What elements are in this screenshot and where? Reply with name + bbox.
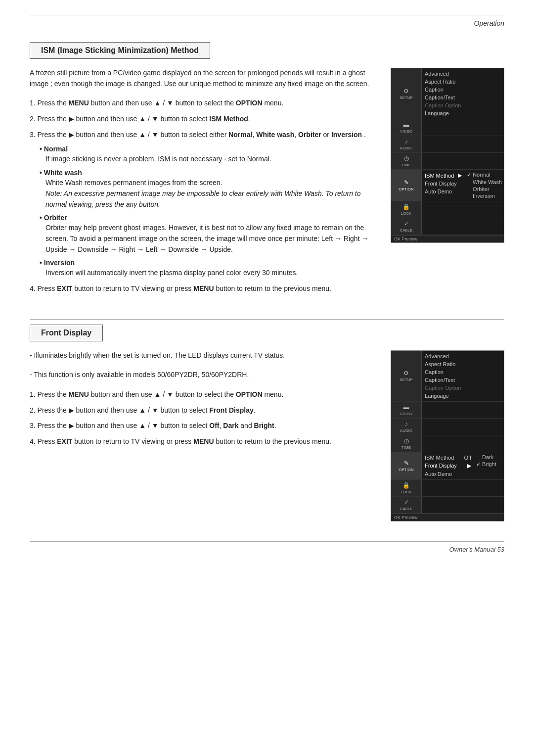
ism-sub-inversion: Inversion [467,192,502,199]
fd-tv-sidebar-option: ✎ OPTION [391,452,422,479]
fd-menu-language: Language [425,392,501,400]
lock-label: LOCK [401,211,412,216]
fd-tv-row-audio: ♪ AUDIO [391,419,504,435]
fd-tv-row-video: ▬ VIDEO [391,402,504,419]
fd-time-icon: ◷ [404,437,409,444]
fd-sub-dark: Dark [476,454,502,461]
tv-row-video: ▬ VIDEO [391,119,504,136]
ism-step4-list: Press EXIT button to return to TV viewin… [30,284,376,294]
audio-label: AUDIO [400,146,412,150]
menu-advanced: Advanced [425,70,501,78]
front-display-section: Front Display - Illuminates brightly whe… [30,325,504,521]
fd-video-icon: ▬ [403,404,409,411]
fd-step-2: Press the ▶ button and then use ▲ / ▼ bu… [30,405,376,416]
tv-row-cable: ✓ CABLE [391,218,504,235]
ism-step-4: Press EXIT button to return to TV viewin… [30,284,376,294]
tv-row-audio: ♪ AUDIO [391,136,504,153]
option-label: OPTION [399,187,414,191]
ism-tv-menu: ⚙ SETUP Advanced Aspect Ratio Caption Ca… [391,68,504,243]
tv-sidebar-audio: ♪ AUDIO [391,136,422,152]
section-divider [30,319,504,320]
tv-sidebar-cable: ✓ CABLE [391,218,422,235]
bullet-whitewash: White wash White Wash removes permanent … [40,169,376,210]
fd-tv-ok-preview: OK Preview [394,515,418,520]
bullet-inversion: Inversion Inversion will automatically i… [40,259,376,279]
fd-menu-caption-text: Caption/Text [425,376,501,384]
fd-video-label: VIDEO [400,412,412,416]
ism-sub-whitewash: White Wash [467,179,502,186]
fd-setup-icon: ⚙ [403,370,409,377]
bullet-whitewash-body: White Wash removes permanent images from… [45,178,376,210]
fd-tv-bottom-bar: OK Preview [391,514,504,521]
tv-row-lock: 🔒 LOCK [391,201,504,218]
fd-audio-label: AUDIO [400,428,412,433]
fd-front-display-label: Front Display [425,463,457,469]
option-auto-demo: Auto Demo [425,188,462,195]
fd-steps: Press the MENU button and then use ▲ / ▼… [30,389,376,447]
bullet-normal-body: If image sticking is never a problem, IS… [45,154,376,165]
bullet-inversion-body: Inversion will automatically invert the … [45,268,376,279]
ism-title: ISM (Image Sticking Minimization) Method [30,42,210,59]
time-icon: ◷ [404,155,409,162]
fd-audio-icon: ♪ [405,421,408,427]
audio-icon: ♪ [405,138,408,145]
ism-steps: Press the MENU button and then use ▲ / ▼… [30,98,376,140]
menu-caption-text: Caption/Text [425,94,501,101]
option-content: ISM Method ▶ Front Display Auto Demo [422,170,465,201]
fd-sub-options: Dark Bright [474,452,504,479]
bullet-normal: Normal If image sticking is never a prob… [40,145,376,165]
ism-section-inner: A frozen still picture from a PC/video g… [30,68,504,299]
fd-step-3: Press the ▶ button and then use ▲ / ▼ bu… [30,421,376,431]
fd-cable-label: CABLE [400,507,412,511]
fd-sub-bright: Bright [476,461,502,468]
ism-step-2: Press the ▶ button and then use ▲ / ▼ bu… [30,114,376,125]
fd-option-ism: ISM Method Off [425,454,471,462]
menu-aspect: Aspect Ratio [425,78,501,86]
fd-section-inner: - Illuminates brightly when the set is t… [30,350,504,521]
fd-tv-sidebar-lock: 🔒 LOCK [391,480,422,496]
ism-text: A frozen still picture from a PC/video g… [30,68,376,299]
fd-step-1: Press the MENU button and then use ▲ / ▼… [30,389,376,400]
top-rule [30,15,504,15]
tv-sidebar-time: ◷ TIME [391,153,422,169]
fd-menu-screenshot: ⚙ SETUP Advanced Aspect Ratio Caption Ca… [391,350,504,521]
fd-intro2: - This function is only available in mod… [30,370,376,380]
ism-sub-orbiter: Orbiter [467,186,502,192]
fd-menu-advanced: Advanced [425,352,501,360]
fd-ism-value: Off [464,455,471,461]
bullet-orbiter: Orbiter Orbiter may help prevent ghost i… [40,214,376,255]
tv-bottom-bar: OK Preview [391,235,504,242]
ism-step-3: Press the ▶ button and then use ▲ / ▼ bu… [30,130,376,141]
option-front-display: Front Display [425,180,462,188]
time-label: TIME [401,163,411,167]
ism-section: ISM (Image Sticking Minimization) Method… [30,42,504,299]
fd-step-4: Press EXIT button to return to TV viewin… [30,436,376,447]
fd-option-label: OPTION [399,468,414,472]
option-ism: ISM Method ▶ [425,171,462,180]
fd-tv-row-lock: 🔒 LOCK [391,480,504,497]
fd-tv-row-setup: ⚙ SETUP Advanced Aspect Ratio Caption Ca… [391,351,504,402]
cable-label: CABLE [400,228,412,233]
bullet-normal-title: Normal [40,145,376,153]
fd-ism-label: ISM Method [425,455,454,461]
fd-option-content: ISM Method Off Front Display ▶ Auto Demo [422,452,474,479]
bullet-inversion-title: Inversion [40,259,376,267]
tv-sidebar-option: ✎ OPTION [391,170,422,201]
fd-tv-row-time: ◷ TIME [391,435,504,452]
bullet-orbiter-body: Orbiter may help prevent ghost images. H… [45,223,376,255]
ism-menu-screenshot: ⚙ SETUP Advanced Aspect Ratio Caption Ca… [391,68,504,243]
fd-tv-menu: ⚙ SETUP Advanced Aspect Ratio Caption Ca… [391,350,504,521]
fd-tv-sidebar-audio: ♪ AUDIO [391,419,422,435]
ism-intro: A frozen still picture from a PC/video g… [30,68,376,89]
fd-menu-caption: Caption [425,368,501,376]
setup-icon: ⚙ [403,88,409,94]
ism-method-label: ISM Method [425,173,454,179]
lock-icon: 🔒 [402,203,410,210]
ism-bullets: Normal If image sticking is never a prob… [40,145,376,279]
fd-tv-sidebar-cable: ✓ CABLE [391,497,422,513]
ism-step-1: Press the MENU button and then use ▲ / ▼… [30,98,376,109]
bullet-whitewash-title: White wash [40,169,376,177]
fd-tv-row-option: ✎ OPTION ISM Method Off Front Display ▶ [391,452,504,480]
cable-icon: ✓ [404,220,409,227]
tv-row-option: ✎ OPTION ISM Method ▶ Front Display Auto… [391,170,504,201]
